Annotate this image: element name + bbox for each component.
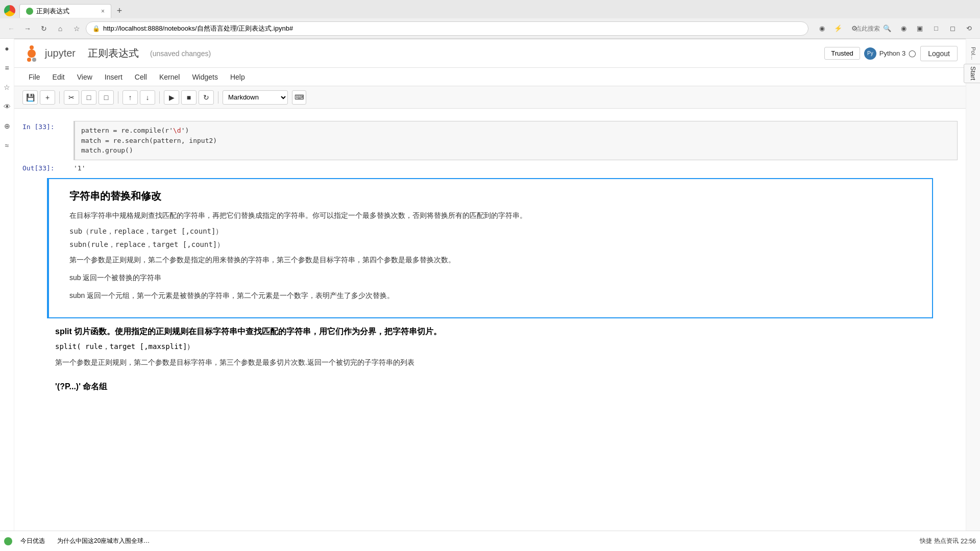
save-button[interactable]: 💾 — [22, 90, 38, 105]
named-group-section: '(?P...)' 命名组 — [14, 378, 966, 402]
run-button[interactable]: ▶ — [164, 90, 179, 105]
menu-view[interactable]: View — [71, 71, 99, 83]
taskbar-right: 快捷 热点资讯 22:56 — [920, 537, 976, 545]
menu-cell[interactable]: Cell — [129, 71, 153, 83]
secure-icon: 🔒 — [92, 25, 100, 32]
paste-button[interactable]: □ — [99, 90, 114, 105]
tab-bar: 正则表达式 × + — [0, 0, 980, 18]
cut-button[interactable]: ✂ — [64, 90, 79, 105]
forward-button[interactable]: → — [20, 21, 35, 36]
reload-button[interactable]: ↻ — [37, 21, 51, 36]
logout-button[interactable]: Logout — [920, 46, 958, 61]
sidebar-icon-3[interactable]: ☆ — [2, 82, 13, 93]
code-box-33[interactable]: pattern = re.compile(r'\d') match = re.s… — [74, 121, 958, 160]
taskbar-item-1[interactable]: 今日优选 — [16, 535, 49, 547]
kernel-status-icon: ◯ — [909, 49, 916, 57]
separator-3 — [159, 91, 160, 104]
nav-extra-1[interactable]: ◉ — [896, 21, 911, 36]
code-cell-33: In [33]: pattern = re.compile(r'\d') mat… — [14, 121, 966, 160]
move-up-button[interactable]: ↑ — [122, 90, 138, 105]
menu-help[interactable]: Help — [224, 71, 251, 83]
jupyter-logo-icon — [22, 44, 41, 63]
active-tab[interactable]: 正则表达式 × — [19, 4, 111, 18]
home-button[interactable]: ⌂ — [53, 21, 67, 36]
md-para-2: 第一个参数是正则规则，第二个参数是指定的用来替换的字符串，第三个参数是目标字符串… — [69, 254, 912, 266]
jupyter-container: jupyter 正则表达式 (unsaved changes) Trusted … — [14, 39, 966, 551]
md-code-sub: sub（rule，replace，target [,count]） — [69, 227, 912, 236]
keyboard-button[interactable]: ⌨ — [292, 90, 306, 105]
code-line-2: match = re.search(pattern, input2) — [81, 136, 951, 146]
right-sidebar: Pol... Start — [966, 39, 980, 531]
output-content-33: '1' — [74, 162, 958, 174]
header-right: Trusted Py Python 3 ◯ Logout — [824, 46, 958, 61]
menu-file[interactable]: File — [22, 71, 46, 83]
poll-text[interactable]: Pol... — [970, 47, 976, 60]
insert-cell-button[interactable]: + — [40, 90, 55, 105]
tab-title: 正则表达式 — [36, 7, 69, 16]
nav-extra-5[interactable]: ⟲ — [962, 21, 976, 36]
address-bar[interactable]: 🔒 — [86, 21, 808, 36]
code-line-3: match.group() — [81, 145, 951, 156]
jupyter-logo-text: jupyter — [45, 47, 76, 59]
sidebar-icon-5[interactable]: ⊕ — [2, 120, 13, 132]
unsaved-indicator: (unsaved changes) — [150, 49, 211, 58]
markdown-cell-selected[interactable]: 字符串的替换和修改 在目标字符串中规格规则查找匹配的字符串，再把它们替换成指定的… — [47, 178, 933, 319]
nav-extra-4[interactable]: ◻ — [945, 21, 960, 36]
start-button[interactable]: Start — [964, 64, 980, 83]
left-sidebar: ● ≡ ☆ 👁 ⊕ ≈ — [0, 39, 14, 531]
taskbar-time: 22:56 — [961, 538, 976, 545]
md-para-subn-return: subn 返回一个元组，第一个元素是被替换的字符串，第二个元素是一个数字，表明产… — [69, 289, 912, 302]
taskbar-status-2: 热点资讯 — [934, 537, 959, 545]
split-heading: split 切片函数。使用指定的正则规则在目标字符串中查找匹配的字符串，用它们作… — [55, 327, 925, 337]
trusted-button[interactable]: Trusted — [824, 47, 860, 60]
cell-type-select[interactable]: Markdown Code Raw NBConvert — [223, 90, 288, 105]
new-tab-button[interactable]: + — [113, 5, 126, 17]
extension-icon-2[interactable]: ⚡ — [831, 21, 845, 36]
taskbar-browser-icon — [4, 537, 12, 545]
jupyter-logo: jupyter — [22, 44, 76, 63]
code-cell-content-33[interactable]: pattern = re.compile(r'\d') match = re.s… — [74, 121, 958, 160]
search-button[interactable] — [864, 21, 878, 36]
tab-close-button[interactable]: × — [101, 8, 105, 15]
split-desc: 第一个参数是正则规则，第二个参数是目标字符串，第三个参数是最多切片次数.返回一个… — [55, 356, 925, 369]
split-syntax: split( rule，target [,maxsplit]） — [55, 342, 925, 352]
menu-insert[interactable]: Insert — [99, 71, 129, 83]
magnifier-icon[interactable]: 🔍 — [880, 21, 894, 36]
nav-extra-3[interactable]: □ — [929, 21, 943, 36]
menu-kernel[interactable]: Kernel — [153, 71, 186, 83]
tab-favicon — [26, 8, 33, 15]
menu-edit[interactable]: Edit — [46, 71, 71, 83]
sidebar-icon-6[interactable]: ≈ — [2, 140, 13, 151]
browser-chrome: 正则表达式 × + ← → ↻ ⌂ ☆ 🔒 ◉ ⚡ ⚙ 🔍 ◉ ▣ □ ◻ ⟲ — [0, 0, 980, 39]
move-down-button[interactable]: ↓ — [140, 90, 155, 105]
kernel-badge: Py Python 3 ◯ — [864, 47, 916, 60]
menu-widgets[interactable]: Widgets — [186, 71, 224, 83]
extension-icon-1[interactable]: ◉ — [815, 21, 829, 36]
kernel-name: Python 3 — [879, 49, 905, 57]
notebook-title[interactable]: 正则表达式 — [88, 46, 139, 60]
md-heading-replace: 字符串的替换和修改 — [69, 189, 912, 203]
md-para-sub-return: sub 返回一个被替换的字符串 — [69, 271, 912, 284]
output-cell-33: Out[33]: '1' — [14, 162, 966, 174]
bookmark-button[interactable]: ☆ — [69, 21, 84, 36]
md-para-1: 在目标字符串中规格规则查找匹配的字符串，再把它们替换成指定的字符串。你可以指定一… — [69, 209, 912, 222]
sidebar-icon-4[interactable]: 👁 — [2, 101, 13, 112]
copy-button[interactable]: □ — [81, 90, 96, 105]
jupyter-header: jupyter 正则表达式 (unsaved changes) Trusted … — [14, 39, 966, 68]
interrupt-button[interactable]: ■ — [181, 90, 197, 105]
url-input[interactable] — [103, 24, 802, 32]
named-group-heading: '(?P...)' 命名组 — [55, 382, 925, 392]
restart-button[interactable]: ↻ — [199, 90, 214, 105]
sidebar-icon-1[interactable]: ● — [2, 43, 13, 54]
sidebar-icon-2[interactable]: ≡ — [2, 62, 13, 73]
separator-1 — [59, 91, 60, 104]
python-icon: Py — [864, 47, 876, 60]
browser-logo-icon — [4, 5, 15, 16]
back-button[interactable]: ← — [4, 21, 18, 36]
nav-right: ◉ ⚡ ⚙ 🔍 ◉ ▣ □ ◻ ⟲ — [815, 21, 976, 36]
taskbar-item-2[interactable]: 为什么中国这20座城市入围全球宜居环境友好城市高强排... — [53, 535, 155, 547]
output-value-33: '1' — [74, 162, 958, 174]
taskbar-status-1: 快捷 — [920, 537, 932, 545]
separator-4 — [218, 91, 218, 104]
nav-extra-2[interactable]: ▣ — [913, 21, 927, 36]
